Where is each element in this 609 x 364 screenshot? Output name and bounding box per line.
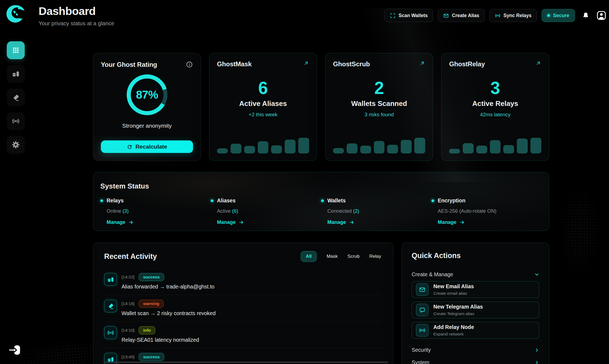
action-title: New Telegram Alias	[433, 304, 483, 310]
ghost-logo	[5, 3, 27, 24]
notifications-bell-icon[interactable]	[582, 12, 590, 20]
tab-scrub[interactable]: Scrub	[347, 254, 359, 259]
activity-time: [14:22]	[122, 275, 134, 280]
manage-relays-link[interactable]: Manage	[107, 219, 211, 225]
recalculate-button[interactable]: Recalculate	[101, 140, 193, 153]
system-status-relays: Relays Online (3) Manage	[100, 197, 211, 225]
tab-mask[interactable]: Mask	[327, 254, 338, 259]
avatar[interactable]	[596, 10, 607, 21]
spark-bar	[360, 146, 371, 153]
action-subtitle: Expand network	[433, 332, 474, 337]
sync-relays-button[interactable]: Sync Relays	[489, 9, 537, 22]
page-title: Dashboard	[39, 5, 114, 18]
create-alias-button[interactable]: Create Alias	[438, 9, 485, 22]
status-dot	[321, 199, 324, 202]
scan-wallets-button[interactable]: Scan Wallets	[384, 9, 433, 22]
manage-aliases-link[interactable]: Manage	[217, 219, 321, 225]
ghostrelay-title: GhostRelay	[449, 60, 485, 68]
ghostscrub-title: GhostScrub	[333, 60, 370, 68]
status-badge: success	[139, 353, 164, 361]
ghostmask-title: GhostMask	[217, 60, 252, 68]
arrow-right-icon	[459, 220, 465, 225]
action-subtitle: Create email alias	[433, 291, 474, 296]
tab-relay[interactable]: Relay	[369, 254, 381, 259]
ghostrelay-card: GhostRelay 3 Active Relays 42ms latency	[441, 53, 549, 161]
sidebar-item-ghostmask[interactable]	[7, 65, 25, 83]
spark-bar	[347, 143, 358, 153]
relays-status: Online (3)	[107, 208, 211, 214]
activity-time: [14:10]	[122, 328, 134, 333]
aliases-status: Active (6)	[217, 208, 321, 214]
system-status-aliases: Aliases Active (6) Manage	[211, 197, 321, 225]
ghostrelay-value: 3	[449, 79, 541, 97]
status-dot	[431, 199, 434, 202]
spark-bar	[298, 138, 309, 153]
ghostscrub-sub: 3 risks found	[333, 112, 425, 118]
security-label: Security	[412, 347, 431, 353]
manage-encryption-link[interactable]: Manage	[438, 219, 542, 225]
arrow-up-right-icon[interactable]	[419, 60, 425, 66]
sidebar-item-dashboard[interactable]	[7, 41, 25, 59]
encryption-label: Encryption	[438, 197, 465, 204]
group-label: Create & Manage	[412, 271, 453, 278]
security-group[interactable]: Security	[412, 347, 539, 353]
sidebar-item-ghostscrub[interactable]	[7, 89, 25, 106]
ghost-rating-card: Your Ghost Rating 87% Stronger anonymity…	[93, 53, 201, 161]
aliases-label: Aliases	[217, 197, 235, 204]
create-and-manage-group[interactable]: Create & Manage	[412, 271, 539, 278]
info-icon[interactable]	[186, 61, 193, 68]
sync-relays-label: Sync Relays	[504, 13, 532, 18]
spark-bar	[517, 139, 528, 153]
new-telegram-alias-button[interactable]: New Telegram Alias Create Telegram alias	[412, 302, 539, 318]
refresh-icon	[127, 144, 132, 150]
system-group[interactable]: System	[412, 359, 539, 364]
activity-message: Relay-SEA01 latency normalized	[122, 337, 199, 343]
eraser-icon	[104, 300, 117, 312]
spark-bar	[271, 145, 282, 153]
spark-bar	[217, 148, 228, 153]
login-arrow-icon	[8, 343, 22, 357]
system-status-encryption: Encryption AES-256 (Auto-rotate ON) Mana…	[431, 197, 542, 225]
spark-bar	[244, 146, 255, 153]
sidebar-item-settings[interactable]	[7, 136, 25, 154]
relay-icon	[416, 324, 428, 337]
spark-bar	[258, 141, 269, 153]
spark-bar	[387, 145, 398, 153]
secure-status-badge[interactable]: Secure	[542, 9, 575, 22]
ghostrelay-sparkline	[449, 138, 541, 153]
spark-bar	[463, 143, 474, 153]
arrow-up-right-icon[interactable]	[535, 60, 541, 66]
mask-icon	[12, 70, 20, 78]
status-badge: success	[139, 273, 164, 281]
ghostmask-label: Active Aliases	[217, 99, 309, 108]
arrow-up-right-icon[interactable]	[303, 60, 309, 66]
ghostscrub-label: Wallets Scanned	[333, 99, 425, 108]
add-relay-node-button[interactable]: Add Relay Node Expand network	[412, 322, 539, 339]
scan-wallets-label: Scan Wallets	[399, 13, 428, 18]
ghostscrub-value: 2	[333, 79, 425, 97]
topbar: Scan Wallets Create Alias Sync Relays Se…	[384, 9, 607, 22]
ghostrelay-label: Active Relays	[449, 99, 541, 108]
secure-label: Secure	[553, 13, 569, 18]
activity-time: [13:45]	[122, 354, 134, 359]
logout-button[interactable]	[8, 343, 22, 357]
activity-scrollbar[interactable]	[104, 362, 388, 363]
spark-bar	[374, 141, 385, 153]
status-badge: info	[139, 326, 155, 334]
chevron-right-icon	[535, 360, 539, 364]
new-email-alias-button[interactable]: New Email Alias Create email alias	[412, 281, 539, 298]
ghostmask-sub: +2 this week	[217, 112, 309, 118]
grid-icon	[12, 46, 20, 54]
spark-bar	[231, 144, 241, 153]
sidebar-item-ghostrelay[interactable]	[7, 112, 25, 130]
spark-bar	[503, 145, 514, 153]
activity-filter-tabs: All Mask Scrub Relay	[301, 251, 381, 262]
spark-bar	[490, 140, 501, 153]
spark-bar	[530, 138, 541, 153]
manage-wallets-link[interactable]: Manage	[327, 219, 431, 225]
ghost-rating-title: Your Ghost Rating	[101, 61, 157, 68]
spark-bar	[476, 146, 487, 153]
ghostmask-value: 6	[217, 79, 309, 97]
action-title: New Email Alias	[433, 283, 474, 290]
tab-all[interactable]: All	[301, 251, 317, 262]
